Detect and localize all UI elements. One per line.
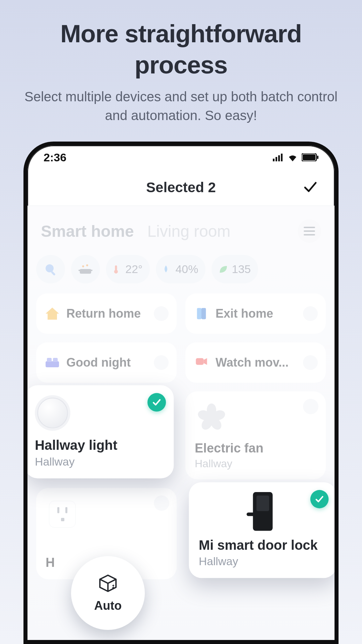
svg-rect-11 [51, 271, 56, 276]
svg-rect-17 [115, 265, 117, 270]
room-tabs: Smart home Living room [36, 206, 326, 253]
hero-title: More straightforward process [60, 18, 302, 80]
svg-rect-3 [281, 154, 283, 161]
chip-humidity[interactable]: 40% [156, 255, 205, 283]
svg-rect-27 [113, 585, 114, 587]
svg-rect-20 [201, 308, 206, 319]
device-selector[interactable] [154, 495, 169, 511]
device-name: Mi smart door lock [199, 538, 326, 553]
svg-rect-6 [317, 156, 318, 159]
device-selector[interactable] [303, 399, 318, 414]
fan-icon [195, 401, 228, 434]
search-icon [44, 262, 58, 276]
hero-subtitle: Select multiple devices and set up both … [0, 87, 362, 125]
chip-temperature[interactable]: 22° [106, 255, 150, 283]
svg-point-18 [114, 270, 118, 273]
scene-label: Return home [66, 307, 141, 321]
scene-label: Exit home [216, 307, 273, 321]
home-icon [44, 306, 60, 322]
svg-rect-21 [46, 361, 59, 367]
svg-rect-0 [273, 159, 275, 161]
thermometer-icon [113, 262, 122, 276]
chip-search[interactable] [36, 255, 65, 283]
camera-icon [193, 355, 209, 371]
leaf-icon [219, 262, 228, 276]
svg-rect-2 [278, 155, 280, 161]
selected-check-icon[interactable] [310, 490, 329, 508]
status-chips: 22° 40% 135 [36, 253, 326, 293]
device-room: Hallway [195, 458, 316, 470]
appbar-title: Selected 2 [146, 179, 216, 196]
scene-exit-home[interactable]: Exit home [185, 293, 326, 334]
status-bar: 2:36 [27, 146, 335, 169]
svg-rect-22 [47, 358, 52, 362]
app-bar: Selected 2 [27, 169, 335, 206]
svg-rect-24 [196, 358, 203, 365]
svg-rect-19 [197, 308, 201, 319]
phone-frame: 2:36 Selected 2 Smart home Living room [23, 142, 339, 644]
wifi-icon [287, 153, 298, 162]
hamburger-icon [304, 227, 315, 235]
svg-rect-9 [304, 234, 315, 235]
selected-check-icon[interactable] [147, 393, 166, 412]
scene-label: Good night [66, 356, 131, 370]
chip-air[interactable]: 135 [212, 255, 258, 283]
svg-rect-8 [304, 230, 315, 232]
scene-selector[interactable] [154, 355, 169, 370]
svg-rect-14 [90, 270, 93, 271]
tab-living-room[interactable]: Living room [147, 222, 230, 240]
cube-plus-icon [98, 573, 118, 595]
humidity-value: 40% [175, 263, 198, 276]
status-time: 2:36 [44, 151, 66, 164]
scene-selector[interactable] [154, 306, 169, 321]
svg-point-10 [46, 264, 54, 272]
svg-rect-5 [303, 154, 315, 160]
scene-selector[interactable] [303, 306, 318, 321]
auto-fab[interactable]: Auto [71, 556, 145, 630]
signal-icon [273, 153, 284, 161]
battery-icon [302, 153, 318, 161]
device-room: Hallway [199, 555, 326, 568]
scene-watch-movie[interactable]: Watch mov... [185, 342, 326, 383]
door-icon [193, 306, 209, 322]
temperature-value: 22° [125, 263, 142, 276]
device-electric-fan[interactable]: Electric fan Hallway [185, 391, 326, 479]
fab-label: Auto [94, 599, 122, 613]
svg-rect-23 [53, 358, 58, 362]
scene-selector[interactable] [303, 355, 318, 370]
menu-button[interactable] [298, 219, 321, 243]
confirm-button[interactable] [302, 179, 318, 196]
svg-rect-1 [276, 157, 277, 161]
device-room: Hallway [35, 455, 164, 468]
bed-icon [44, 355, 60, 371]
lock-icon [199, 492, 326, 531]
svg-rect-7 [304, 227, 315, 228]
pot-icon [78, 262, 93, 276]
svg-rect-13 [78, 270, 81, 271]
air-value: 135 [232, 263, 251, 276]
svg-rect-12 [80, 269, 91, 274]
chip-cooking[interactable] [71, 255, 100, 283]
scene-return-home[interactable]: Return home [36, 293, 177, 334]
svg-point-25 [112, 587, 114, 589]
device-hallway-light[interactable]: Hallway light Hallway [27, 385, 174, 479]
scene-good-night[interactable]: Good night [36, 342, 177, 383]
tab-smart-home[interactable]: Smart home [41, 222, 134, 240]
svg-point-15 [82, 265, 84, 267]
svg-point-16 [86, 264, 88, 266]
device-door-lock[interactable]: Mi smart door lock Hallway [189, 482, 335, 578]
device-name: Electric fan [195, 441, 316, 455]
plug-icon [46, 497, 79, 531]
droplet-icon [163, 262, 172, 276]
scene-label: Watch mov... [216, 356, 289, 370]
device-name: Hallway light [35, 438, 164, 453]
light-icon [35, 395, 70, 431]
